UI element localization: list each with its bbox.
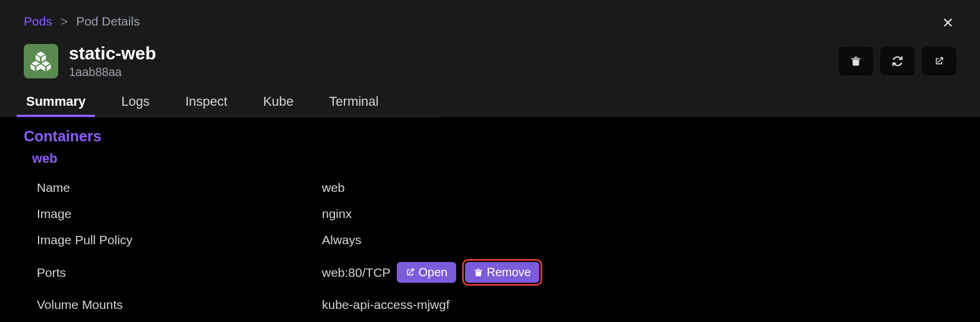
refresh-icon bbox=[892, 55, 903, 67]
detail-value-image: nginx bbox=[322, 207, 352, 221]
breadcrumb-current: Pod Details bbox=[76, 14, 140, 29]
delete-button[interactable] bbox=[839, 47, 873, 75]
detail-value-volume-mounts: kube-api-access-mjwgf bbox=[322, 298, 450, 312]
pod-title: static-web bbox=[69, 43, 828, 64]
remove-button-label: Remove bbox=[487, 266, 531, 279]
detail-value-pull-policy: Always bbox=[322, 233, 362, 247]
detail-label-ports: Ports bbox=[37, 266, 322, 280]
trash-icon bbox=[850, 55, 862, 67]
detail-label-pull-policy: Image Pull Policy bbox=[37, 233, 322, 247]
pod-id: 1aab88aa bbox=[69, 64, 828, 80]
containers-section-title: Containers bbox=[24, 128, 956, 145]
tab-inspect[interactable]: Inspect bbox=[183, 90, 230, 116]
pod-icon bbox=[24, 44, 58, 78]
breadcrumb-separator: > bbox=[61, 14, 68, 29]
close-button[interactable] bbox=[940, 14, 956, 31]
detail-row-image: Image nginx bbox=[24, 201, 956, 227]
pod-header: static-web 1aab88aa bbox=[24, 43, 956, 80]
trash-icon bbox=[473, 267, 483, 277]
tab-terminal[interactable]: Terminal bbox=[327, 90, 381, 116]
container-name: web bbox=[32, 151, 956, 166]
cubes-icon bbox=[30, 50, 52, 72]
detail-label-volume-mounts: Volume Mounts bbox=[37, 298, 322, 312]
detail-value-ports: web:80/TCP bbox=[322, 266, 391, 280]
tab-kube[interactable]: Kube bbox=[261, 90, 296, 116]
remove-port-button[interactable]: Remove bbox=[465, 262, 539, 283]
breadcrumb-pods-link[interactable]: Pods bbox=[24, 14, 52, 29]
open-external-button[interactable] bbox=[922, 47, 956, 75]
detail-row-pull-policy: Image Pull Policy Always bbox=[24, 227, 956, 253]
detail-row-name: Name web bbox=[24, 175, 956, 201]
tabs: Summary Logs Inspect Kube Terminal bbox=[24, 90, 440, 117]
open-port-button[interactable]: Open bbox=[397, 262, 456, 283]
remove-button-highlight: Remove bbox=[462, 259, 542, 286]
close-icon bbox=[941, 16, 954, 29]
open-button-label: Open bbox=[419, 266, 448, 279]
external-link-icon bbox=[405, 267, 415, 277]
tab-summary[interactable]: Summary bbox=[24, 90, 88, 116]
detail-label-image: Image bbox=[37, 207, 322, 221]
breadcrumb: Pods > Pod Details bbox=[24, 14, 956, 29]
tab-logs[interactable]: Logs bbox=[119, 90, 152, 116]
detail-row-ports: Ports web:80/TCP Open Remove bbox=[24, 253, 956, 292]
detail-label-name: Name bbox=[37, 181, 322, 195]
refresh-button[interactable] bbox=[880, 47, 915, 75]
detail-row-volume-mounts: Volume Mounts kube-api-access-mjwgf bbox=[24, 292, 956, 318]
detail-value-name: web bbox=[322, 181, 345, 195]
external-link-icon bbox=[934, 56, 944, 67]
